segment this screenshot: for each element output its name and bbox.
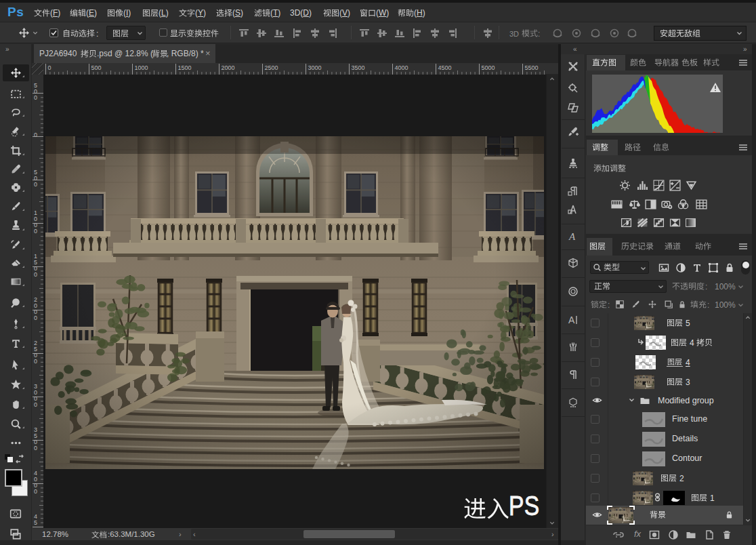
- svg-text:0: 0: [34, 181, 37, 188]
- svg-text:0: 0: [34, 358, 37, 365]
- svg-text:5: 5: [34, 519, 37, 526]
- svg-text:5000: 5000: [482, 64, 495, 71]
- svg-text:0: 0: [34, 271, 37, 278]
- svg-text:0: 0: [34, 228, 37, 235]
- svg-text:3500: 3500: [352, 64, 365, 71]
- svg-text:0: 0: [34, 94, 37, 101]
- svg-text:2500: 2500: [265, 64, 278, 71]
- svg-text:A: A: [568, 231, 576, 242]
- svg-text:1000: 1000: [135, 64, 148, 71]
- svg-text:A: A: [568, 315, 575, 325]
- svg-text:4000: 4000: [395, 64, 408, 71]
- svg-text:0: 0: [48, 64, 51, 71]
- svg-text:1500: 1500: [178, 64, 192, 71]
- svg-text:0: 0: [34, 132, 37, 138]
- svg-text:4500: 4500: [438, 64, 452, 71]
- svg-text:0: 0: [34, 401, 37, 408]
- svg-text:3000: 3000: [308, 64, 322, 71]
- svg-text:0: 0: [34, 488, 37, 495]
- svg-text:5500: 5500: [525, 64, 539, 71]
- svg-text:500: 500: [91, 64, 102, 71]
- svg-text:0: 0: [34, 445, 37, 451]
- svg-text:2000: 2000: [222, 64, 235, 71]
- svg-text:0: 0: [34, 315, 37, 321]
